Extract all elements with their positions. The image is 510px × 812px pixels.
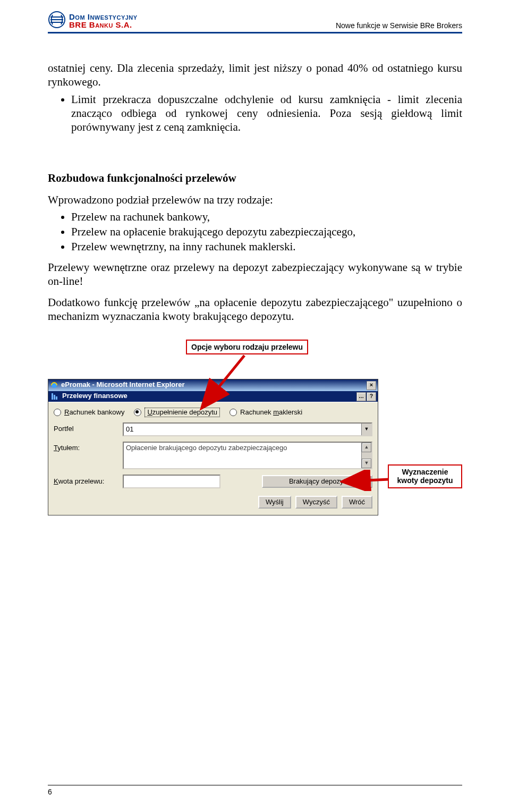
row-tytulem: Tytułem: Opłacenie brakującego depozytu …: [54, 442, 372, 469]
page-footer: 6: [48, 785, 462, 796]
textarea-value: Opłacenie brakującego depozytu zabezpiec…: [126, 444, 287, 452]
textarea-tytulem[interactable]: Opłacenie brakującego depozytu zabezpiec…: [123, 442, 372, 469]
list-item: Przelew na opłacenie brakującego depozyt…: [71, 225, 462, 239]
page-number: 6: [48, 788, 462, 796]
header-rule: [48, 32, 462, 33]
radio-rachunek-bankowy[interactable]: Rachunek bankowy: [54, 408, 124, 417]
brand-icon: [48, 11, 66, 31]
scroll-down-icon: ▼: [362, 459, 371, 468]
row-kwota: Kwota przelewu: Brakujący depozyt: [54, 475, 372, 488]
svg-line-7: [344, 479, 389, 481]
button-wyslij[interactable]: Wyślij: [258, 496, 291, 509]
label-kwota: Kwota przelewu:: [54, 477, 117, 486]
form-area: Rachunek bankowy Uzupełnienie depozytu R…: [48, 402, 378, 515]
footer-rule: [48, 785, 462, 785]
document-body: ostatniej ceny. Dla zlecenia sprzedaży, …: [48, 38, 462, 563]
list-item: Przelew na rachunek bankowy,: [71, 210, 462, 224]
select-value: 01: [126, 425, 133, 434]
callout-right: Wyznaczenie kwoty depozytu: [388, 464, 462, 489]
button-wroc[interactable]: Wróć: [342, 496, 372, 509]
list-item: Limit przekracza dopuszczalne odchylenie…: [71, 92, 462, 134]
page-header: Dom Inwestycyjny BRE Banku S.A. Nowe fun…: [48, 6, 462, 31]
brand-logo: Dom Inwestycyjny BRE Banku S.A.: [48, 11, 138, 31]
para-dodatkowo: Dodatkowo funkcję przelewów „na opłaceni…: [48, 295, 462, 324]
brand-line1: Dom Inwestycyjny: [69, 13, 138, 21]
row-portfel: Portfel 01 ▼: [54, 422, 372, 436]
chevron-down-icon: ▼: [361, 424, 371, 435]
ie-title-text: ePromak - Microsoft Internet Explorer: [61, 380, 185, 389]
para-prev-continued: ostatniej ceny. Dla zlecenia sprzedaży, …: [48, 61, 462, 89]
callout-top: Opcje wyboru rodzaju przelewu: [186, 340, 308, 355]
para-online: Przelewy wewnętrzne oraz przelewy na dep…: [48, 260, 462, 289]
header-right-text: Nowe funkcje w Serwisie BRe Brokers: [336, 21, 462, 31]
ie-logo-icon: [50, 382, 58, 389]
brand-line2: BRE Banku S.A.: [69, 21, 138, 29]
radio-icon: [54, 409, 61, 416]
window-close-button[interactable]: ×: [367, 381, 376, 390]
label-tytulem: Tytułem:: [54, 442, 117, 452]
toolbar-more-button[interactable]: …: [356, 392, 366, 401]
svg-line-5: [203, 356, 244, 407]
bars-icon: [52, 393, 59, 400]
arrow-icon: [340, 470, 393, 491]
bullet-list-upper: Limit przekracza dopuszczalne odchylenie…: [48, 92, 462, 134]
button-wyczysc[interactable]: Wyczyść: [295, 496, 337, 509]
intro-przelewy: Wprowadzono podział przelewów na trzy ro…: [48, 193, 462, 207]
svg-rect-10: [54, 395, 55, 400]
bullet-list-przelewy: Przelew na rachunek bankowy, Przelew na …: [48, 210, 462, 254]
select-portfel[interactable]: 01 ▼: [123, 422, 372, 436]
scroll-up-icon: ▲: [362, 443, 371, 452]
svg-rect-9: [52, 393, 53, 400]
embedded-screenshot: Opcje wyboru rodzaju przelewu Wyznaczeni…: [48, 340, 457, 563]
arrow-icon: [197, 353, 255, 412]
scrollbar[interactable]: ▲ ▼: [361, 443, 371, 468]
svg-rect-11: [56, 396, 57, 400]
document-page: Dom Inwestycyjny BRE Banku S.A. Nowe fun…: [0, 0, 510, 812]
bottom-buttons: Wyślij Wyczyść Wróć: [54, 496, 372, 509]
toolbar-help-button[interactable]: ?: [367, 392, 376, 401]
label-portfel: Portfel: [54, 422, 117, 433]
list-item: Przelew wewnętrzny, na inny rachunek mak…: [71, 240, 462, 253]
input-kwota[interactable]: [123, 475, 220, 488]
heading-przelewy: Rozbudowa funkcjonalności przelewów: [48, 171, 462, 185]
radio-label: Rachunek bankowy: [64, 408, 124, 417]
app-title-text: Przelewy finansowe: [62, 392, 128, 400]
radio-icon: [134, 409, 141, 416]
